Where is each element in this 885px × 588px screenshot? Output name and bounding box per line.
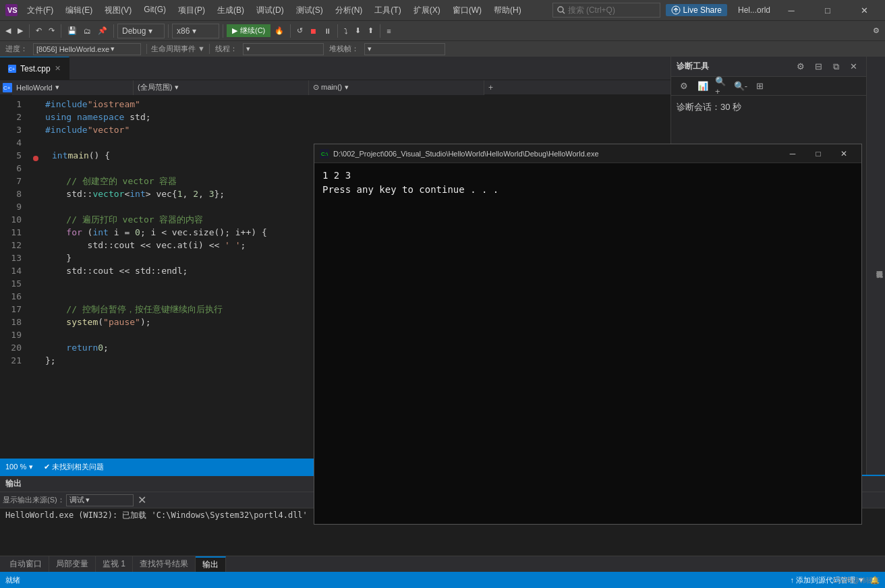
toolbar-redo-btn[interactable]: ↷	[46, 25, 57, 36]
status-bar: 就绪 ↑ 添加到源代码管理 ▼ 🔔	[0, 572, 885, 588]
menu-help[interactable]: 帮助(H)	[488, 3, 527, 18]
toolbar-back-btn[interactable]: ◀	[3, 25, 13, 36]
zoom-arrow: ▾	[29, 463, 33, 471]
diag-settings-btn[interactable]: ⚙	[793, 59, 808, 74]
toolbar-sep-3	[113, 24, 114, 38]
toolbar: ◀ ▶ ↶ ↷ 💾 🗂 📌 Debug ▾ x86 ▾ ▶ 继续(C) 🔥 ↺ …	[0, 20, 885, 40]
zoom-control[interactable]: 100 % ▾	[5, 463, 33, 471]
scope-nav-dropdown[interactable]: (全局范围) ▾	[134, 80, 309, 95]
process-dropdown[interactable]: [8056] HelloWorld.exe ▾	[33, 43, 141, 55]
diag-tool-zoom-fit[interactable]: ⊞	[752, 79, 767, 94]
toolbar-saveall-btn[interactable]: 🗂	[81, 26, 94, 36]
menu-extensions[interactable]: 扩展(X)	[408, 3, 446, 18]
progress-label: 进度：	[5, 44, 28, 54]
tab-locals[interactable]: 局部变量	[49, 556, 96, 572]
file-nav-dropdown[interactable]: HelloWorld ▾	[12, 80, 134, 95]
stop-btn[interactable]: ⏹	[307, 26, 320, 36]
console-minimize-btn[interactable]: ─	[780, 147, 805, 160]
platform-dropdown[interactable]: x86 ▾	[172, 24, 219, 38]
menu-project[interactable]: 项目(P)	[173, 3, 210, 18]
close-button[interactable]: ✕	[849, 0, 880, 20]
toolbar-undo-btn[interactable]: ↶	[33, 25, 45, 36]
tab-close-btn[interactable]: ✕	[55, 64, 61, 73]
diag-float-btn[interactable]: ⧉	[828, 59, 843, 74]
diag-split-btn[interactable]: ⊟	[811, 59, 826, 74]
menu-edit[interactable]: 编辑(E)	[60, 3, 98, 18]
stepin-btn[interactable]: ⬇	[352, 25, 364, 36]
restart-btn[interactable]: ↺	[294, 25, 306, 36]
menu-test[interactable]: 测试(S)	[291, 3, 329, 18]
svg-text:VS: VS	[7, 6, 18, 14]
tab-auto-window[interactable]: 自动窗口	[3, 556, 49, 572]
console-maximize-btn[interactable]: □	[806, 147, 830, 160]
status-bar-left: 就绪	[5, 575, 20, 585]
console-close-btn[interactable]: ✕	[832, 147, 856, 160]
diag-tool-settings[interactable]: ⚙	[677, 79, 691, 94]
tab-test-cpp[interactable]: C+ Test.cpp ✕	[0, 57, 69, 80]
live-share-icon	[671, 5, 681, 15]
svg-point-2	[558, 7, 563, 12]
maximize-button[interactable]: □	[812, 0, 843, 20]
toolbar-forward-btn[interactable]: ▶	[15, 25, 26, 36]
debug-config-arrow: ▾	[148, 26, 152, 36]
callstack-dropdown[interactable]: ▾	[364, 43, 445, 55]
live-share-button[interactable]: Live Share	[666, 4, 727, 16]
tab-watch1[interactable]: 监视 1	[96, 556, 133, 572]
menu-window[interactable]: 窗口(W)	[447, 3, 487, 18]
flame-btn[interactable]: 🔥	[272, 25, 287, 36]
diagnostics-session: 诊断会话：30 秒	[671, 96, 866, 119]
menu-view[interactable]: 视图(V)	[99, 3, 137, 18]
output-clear-btn[interactable]: ✕	[135, 492, 149, 508]
func-nav-dropdown[interactable]: ⊙ main() ▾	[309, 80, 484, 95]
tab-output[interactable]: 输出	[196, 556, 226, 572]
tab-find-symbol[interactable]: 查找符号结果	[133, 556, 196, 572]
zoom-value: 100 %	[5, 463, 26, 471]
code-line-2: using namespace std;	[32, 111, 670, 123]
menu-debug[interactable]: 调试(D)	[251, 3, 289, 18]
code-line-1: #include "iostream"	[32, 98, 670, 111]
progress-bar: 进度： [8056] HelloWorld.exe ▾ 生命周期事件 ▼ 线程：…	[0, 40, 885, 57]
callstack-label: 堆栈帧：	[329, 44, 359, 54]
output-source-dropdown[interactable]: 调试 ▾	[66, 494, 134, 506]
nav-expand-btn[interactable]: +	[484, 83, 497, 92]
line-numbers: 12345 678910 1112131415 1617181920 21	[0, 95, 27, 459]
menu-file[interactable]: 文件(F)	[22, 3, 59, 18]
diag-close-btn[interactable]: ✕	[846, 59, 861, 74]
platform-label: x86	[177, 26, 190, 36]
toolbar-sep-5	[223, 24, 223, 38]
diag-tool-zoom-in[interactable]: 🔍+	[714, 79, 729, 94]
continue-icon: ▶	[232, 26, 237, 35]
window-title: Hel...orld	[738, 5, 770, 15]
menu-git[interactable]: Git(G)	[138, 3, 171, 18]
svg-text:C+: C+	[3, 85, 11, 91]
more-toolbar-btn[interactable]: ≡	[384, 26, 393, 36]
diag-tool-chart[interactable]: 📊	[695, 79, 710, 94]
stepover-btn[interactable]: ⤵	[341, 26, 351, 36]
bottom-tabs: 自动窗口 局部变量 监视 1 查找符号结果 输出	[0, 556, 885, 572]
svg-text:C:\: C:\	[321, 151, 329, 157]
diagnostics-controls: ⚙ ⊟ ⧉ ✕	[793, 59, 861, 74]
menu-build[interactable]: 生成(B)	[212, 3, 250, 18]
console-title-bar: C:\ D:\002_Project\006_Visual_Studio\Hel…	[314, 144, 861, 163]
thread-dropdown[interactable]: ▾	[243, 43, 324, 55]
diagnostics-header: 诊断工具 ⚙ ⊟ ⧉ ✕	[671, 57, 866, 77]
minimize-button[interactable]: ─	[776, 0, 807, 20]
pause-btn[interactable]: ⏸	[321, 26, 334, 36]
diag-tool-zoom-out[interactable]: 🔍-	[733, 79, 748, 94]
search-input[interactable]	[568, 5, 649, 15]
no-issues-text: ✔ 未找到相关问题	[44, 462, 104, 472]
settings-btn[interactable]: ⚙	[870, 25, 882, 36]
lifecycle-label: 生命周期事件 ▼	[146, 44, 210, 54]
far-right-item-1[interactable]: 资计源视图管理器	[873, 263, 885, 268]
toolbar-save-btn[interactable]: 💾	[65, 25, 80, 36]
menu-analyze[interactable]: 分析(N)	[330, 3, 368, 18]
stepout-btn[interactable]: ⬆	[365, 25, 376, 36]
menu-bar: 文件(F) 编辑(E) 视图(V) Git(G) 项目(P) 生成(B) 调试(…	[22, 3, 527, 18]
menu-tools[interactable]: 工具(T)	[369, 3, 406, 18]
search-box[interactable]	[552, 3, 660, 18]
toolbar-bookmark-btn[interactable]: 📌	[95, 25, 110, 36]
debug-config-dropdown[interactable]: Debug ▾	[117, 24, 165, 38]
diagnostics-title: 诊断工具	[677, 61, 709, 72]
continue-button[interactable]: ▶ 继续(C)	[227, 24, 270, 37]
output-source-label: 显示输出来源(S)：	[3, 495, 65, 505]
